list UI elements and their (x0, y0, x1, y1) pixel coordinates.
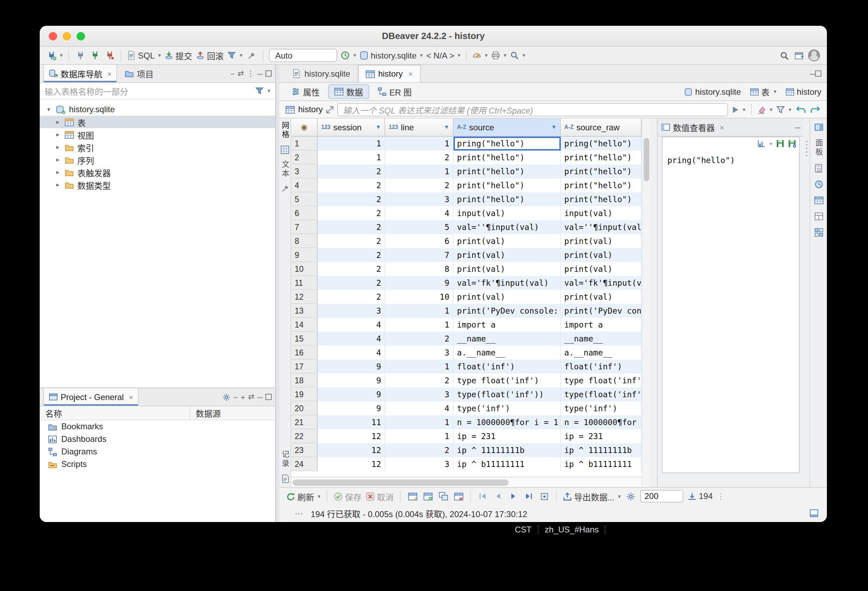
cell-source[interactable]: print("hello") (453, 192, 561, 206)
expand-icon[interactable]: + (241, 393, 245, 401)
cell-source[interactable]: type(float('inf')) (453, 387, 561, 402)
column-header-source[interactable]: A-Z source ▼ (453, 118, 561, 136)
cell-line[interactable]: 1 (385, 318, 453, 332)
user-avatar[interactable] (808, 49, 820, 61)
cell-source-raw[interactable]: val=''¶input(val) (561, 220, 642, 234)
column-header-session[interactable]: 123 session ▼ (318, 118, 385, 136)
row-number-cell[interactable]: 4 (291, 179, 318, 192)
new-connection-button[interactable]: ▾ (47, 50, 63, 60)
cell-source-raw[interactable]: print("hello") (561, 164, 642, 179)
column-header-source-raw[interactable]: A-Z source_raw (561, 118, 642, 136)
previous-row-button[interactable] (493, 491, 504, 502)
print-button[interactable]: ▾ (491, 51, 506, 60)
filter-menu-button[interactable]: ▾ (776, 105, 791, 114)
cell-source-raw[interactable]: print("hello") (561, 179, 642, 192)
value-viewer-title[interactable]: 数值查看器 (673, 121, 715, 133)
view-menu-icon[interactable]: ⋮ (247, 69, 254, 78)
value-format-button[interactable]: ▾ (757, 139, 772, 148)
row-number-cell[interactable]: 24 (291, 457, 318, 471)
cell-session[interactable]: 2 (318, 179, 385, 192)
cell-source-raw[interactable]: print(val) (561, 234, 642, 248)
cell-session[interactable]: 1 (318, 137, 385, 151)
cell-source-raw[interactable]: float('inf') (561, 360, 642, 374)
sql-filter-input[interactable]: 输入一个 SQL 表达式来过滤结果 (使用 Ctrl+Space) (338, 103, 728, 116)
layout-panel-icon[interactable] (814, 212, 823, 221)
cell-line[interactable]: 3 (385, 192, 453, 206)
tab-project-general[interactable]: Project - General × (43, 388, 139, 406)
cell-session[interactable]: 3 (318, 304, 385, 318)
row-number-cell[interactable]: 20 (291, 402, 318, 415)
apply-filter-button[interactable]: ▾ (731, 106, 745, 113)
filter-back-button[interactable] (795, 104, 806, 115)
maximize-view-icon[interactable] (266, 394, 272, 400)
fetch-size-input[interactable] (640, 490, 683, 502)
close-icon[interactable]: × (107, 69, 112, 78)
tab-editor-history[interactable]: history × (358, 65, 421, 82)
cell-source[interactable]: print("hello") (453, 164, 561, 179)
context-object-type[interactable]: 表 ▾ (750, 86, 776, 98)
disconnect-button[interactable] (104, 50, 115, 61)
cell-line[interactable]: 4 (385, 402, 453, 415)
row-number-cell[interactable]: 7 (291, 220, 318, 234)
cell-source-raw[interactable]: print(val) (561, 248, 642, 262)
cell-source-raw[interactable]: print("hello") (561, 192, 642, 206)
cell-line[interactable]: 1 (385, 429, 453, 443)
row-number-cell[interactable]: 14 (291, 318, 318, 332)
cell-source[interactable]: print(val) (453, 262, 561, 276)
cell-session[interactable]: 2 (318, 206, 385, 220)
zoom-window-button[interactable] (77, 32, 85, 40)
tree-node[interactable]: ▸索引 (40, 141, 275, 153)
tree-node[interactable]: ▸序列 (40, 153, 275, 166)
value-panel-icon[interactable] (814, 180, 823, 189)
row-number-cell[interactable]: 11 (291, 276, 318, 290)
status-menu-icon[interactable]: ⋯ (295, 508, 304, 518)
layout-toggle-icon[interactable] (809, 509, 819, 518)
row-number-cell[interactable]: 18 (291, 374, 318, 387)
titlebar[interactable]: DBeaver 24.2.2 - history (40, 26, 827, 47)
performance-monitor-button[interactable]: ▾ (472, 51, 488, 60)
edit-cell-button[interactable] (407, 491, 418, 502)
tab-editor-history-sqlite[interactable]: history.sqlite (285, 65, 358, 82)
add-row-button[interactable] (422, 491, 433, 502)
panels-toggle-icon[interactable] (814, 123, 823, 132)
cell-source-raw[interactable]: type float('inf') (561, 374, 642, 387)
project-item[interactable]: Bookmarks (40, 420, 275, 433)
connect-button[interactable] (75, 50, 86, 61)
cell-source-raw[interactable]: val='fk'¶input(val) (561, 276, 642, 290)
cell-source-raw[interactable]: import a (561, 318, 642, 332)
chevron-right-icon[interactable]: ▸ (54, 168, 61, 176)
record-icon[interactable] (281, 474, 289, 483)
cell-source[interactable]: type float('inf') (453, 374, 561, 387)
vertical-scrollbar[interactable] (642, 118, 650, 487)
cell-session[interactable]: 2 (318, 262, 385, 276)
chevron-right-icon[interactable]: ▸ (54, 143, 61, 151)
cell-source[interactable]: a.__name__ (453, 346, 561, 360)
cell-source[interactable]: float('inf') (453, 360, 561, 374)
collapse-icon[interactable]: − (233, 393, 238, 401)
expand-filter-icon[interactable] (326, 106, 334, 113)
cell-session[interactable]: 2 (318, 192, 385, 206)
cell-session[interactable]: 4 (318, 318, 385, 332)
next-row-button[interactable] (508, 491, 519, 502)
chevron-down-icon[interactable]: ▾ (45, 106, 52, 113)
row-number-cell[interactable]: 13 (291, 304, 318, 318)
toolbar-overflow-icon[interactable]: ⋮ (717, 492, 725, 501)
tree-node-root[interactable]: ▾ history.sqlite (40, 103, 275, 116)
cell-source[interactable]: ip ^ b11111111 (453, 457, 561, 471)
collapse-all-icon[interactable]: − (230, 69, 235, 78)
cell-line[interactable]: 7 (385, 248, 453, 262)
cell-source[interactable]: print('PyDev console: us (453, 304, 561, 318)
row-number-cell[interactable]: 6 (291, 206, 318, 220)
cell-line[interactable]: 1 (385, 137, 453, 151)
cell-source-raw[interactable]: print(val) (561, 290, 642, 304)
refresh-button[interactable]: 刷新 ▾ (286, 490, 320, 502)
cell-session[interactable]: 2 (318, 276, 385, 290)
search-metadata-button[interactable]: ▾ (510, 51, 525, 60)
minimize-view-icon[interactable]: ─ (257, 69, 263, 78)
close-icon[interactable]: × (128, 393, 133, 401)
cell-session[interactable]: 9 (318, 387, 385, 402)
cell-source-raw[interactable]: n = 1000000¶for i (561, 415, 642, 429)
cell-source[interactable]: type('inf') (453, 402, 561, 415)
tab-database-navigator[interactable]: 数据库导航 × (43, 65, 117, 82)
project-item[interactable]: Scripts (40, 458, 275, 470)
